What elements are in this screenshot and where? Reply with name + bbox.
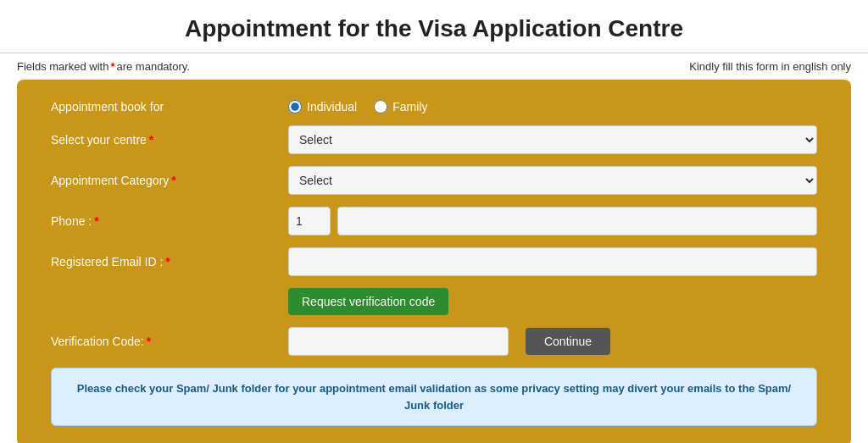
email-required: * bbox=[165, 255, 170, 269]
family-radio[interactable] bbox=[374, 100, 387, 114]
page-wrapper: Appointment for the Visa Application Cen… bbox=[0, 0, 868, 443]
continue-button[interactable]: Continue bbox=[526, 328, 610, 355]
family-label: Family bbox=[392, 100, 427, 114]
appointment-category-dropdown[interactable]: Select bbox=[288, 166, 817, 195]
form-container: Appointment book for Individual Family S… bbox=[17, 80, 851, 443]
individual-label: Individual bbox=[307, 100, 357, 114]
page-title: Appointment for the Visa Application Cen… bbox=[0, 0, 868, 53]
appointment-type-radio-group: Individual Family bbox=[288, 100, 427, 114]
appointment-book-label: Appointment book for bbox=[51, 100, 288, 114]
english-note: Kindly fill this form in english only bbox=[689, 60, 851, 73]
verification-code-row: Verification Code:* Continue bbox=[51, 327, 817, 356]
appointment-book-row: Appointment book for Individual Family bbox=[51, 100, 817, 114]
phone-row: Phone :* bbox=[51, 207, 817, 235]
select-centre-label: Select your centre* bbox=[51, 133, 288, 147]
email-input[interactable] bbox=[288, 247, 817, 276]
phone-required: * bbox=[94, 214, 98, 228]
appointment-category-row: Appointment Category* Select bbox=[51, 166, 817, 195]
phone-controls bbox=[288, 207, 817, 235]
appointment-category-label: Appointment Category* bbox=[51, 174, 288, 187]
top-bar: Fields marked with * are mandatory. Kind… bbox=[0, 53, 868, 80]
request-verification-button[interactable]: Request verification code bbox=[288, 288, 448, 315]
individual-radio[interactable] bbox=[288, 100, 302, 114]
mandatory-note: Fields marked with * are mandatory. bbox=[17, 60, 190, 73]
verify-btn-controls: Request verification code bbox=[288, 288, 817, 315]
verify-btn-row: Request verification code bbox=[51, 288, 817, 315]
mandatory-text-2: are mandatory. bbox=[116, 60, 189, 73]
spam-notice: Please check your Spam/ Junk folder for … bbox=[51, 368, 817, 426]
verification-controls: Continue bbox=[288, 327, 817, 356]
verification-code-label: Verification Code:* bbox=[51, 335, 288, 348]
family-option[interactable]: Family bbox=[374, 100, 427, 114]
individual-option[interactable]: Individual bbox=[288, 100, 357, 114]
select-centre-dropdown[interactable]: Select bbox=[288, 125, 817, 154]
verification-code-input[interactable] bbox=[288, 327, 509, 356]
email-label: Registered Email ID :* bbox=[51, 255, 288, 269]
select-centre-controls: Select bbox=[288, 125, 817, 154]
phone-label: Phone :* bbox=[51, 214, 288, 228]
appointment-category-required: * bbox=[171, 174, 175, 187]
select-centre-row: Select your centre* Select bbox=[51, 125, 817, 154]
select-centre-required: * bbox=[149, 133, 153, 147]
verification-required: * bbox=[147, 335, 151, 348]
mandatory-star: * bbox=[110, 60, 114, 73]
appointment-category-controls: Select bbox=[288, 166, 817, 195]
appointment-book-controls: Individual Family bbox=[288, 100, 817, 114]
email-controls bbox=[288, 247, 817, 276]
phone-code-input[interactable] bbox=[288, 207, 331, 235]
email-row: Registered Email ID :* bbox=[51, 247, 817, 276]
mandatory-text-1: Fields marked with bbox=[17, 60, 108, 73]
phone-number-input[interactable] bbox=[337, 207, 817, 235]
